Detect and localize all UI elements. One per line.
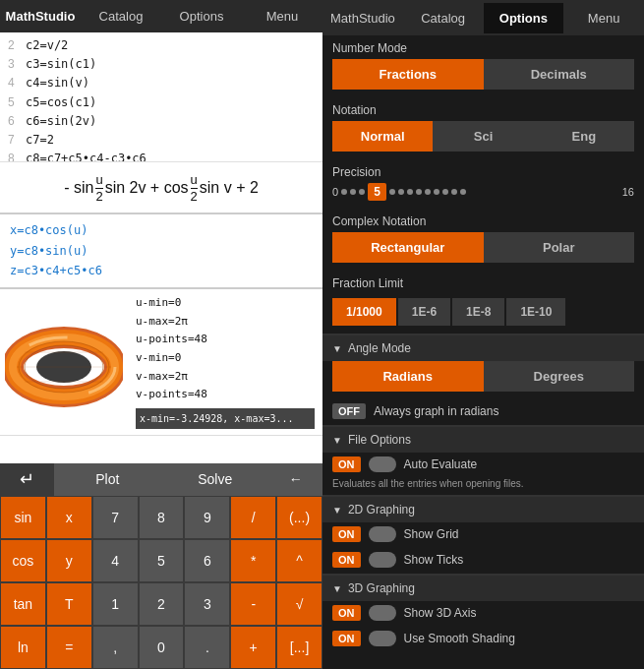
fraction-1e8-button[interactable]: 1E-8 — [452, 298, 504, 326]
cos-button[interactable]: cos — [0, 539, 46, 582]
show-grid-on-badge[interactable]: ON — [332, 526, 361, 542]
precision-max: 16 — [622, 186, 634, 198]
right-nav-mathstudio[interactable]: MathStudio — [322, 3, 403, 33]
btn-8[interactable]: 8 — [139, 496, 185, 539]
eq-row-2[interactable]: 2c2=v/2 — [8, 36, 315, 55]
normal-button[interactable]: Normal — [332, 121, 433, 152]
plus-button[interactable]: + — [230, 626, 276, 669]
decimals-button[interactable]: Decimals — [484, 59, 635, 90]
return-button[interactable]: ↵ — [0, 463, 54, 496]
backspace-button[interactable]: ← — [268, 463, 322, 496]
divide-button[interactable]: / — [230, 496, 276, 539]
btn-3[interactable]: 3 — [184, 582, 230, 626]
T-button[interactable]: T — [46, 582, 92, 626]
minus-button[interactable]: - — [230, 582, 276, 626]
right-nav-options[interactable]: Options — [484, 3, 564, 33]
file-options-header[interactable]: ▼ File Options — [322, 427, 644, 453]
eq-row-6[interactable]: 6c6=sin(2v) — [8, 112, 315, 131]
power-button[interactable]: ^ — [276, 539, 322, 582]
degrees-button[interactable]: Degrees — [484, 361, 635, 392]
bracket-button[interactable]: [...] — [276, 626, 322, 669]
eq-row-3[interactable]: 3c3=sin(c1) — [8, 55, 315, 74]
calc-toolbar: ↵ Plot Solve ← — [0, 463, 322, 496]
smooth-shading-toggle[interactable] — [369, 631, 396, 646]
radians-button[interactable]: Radians — [332, 361, 484, 392]
show-grid-label: Show Grid — [404, 527, 459, 541]
y-button[interactable]: y — [46, 539, 92, 582]
eq-row-7[interactable]: 7c7=2 — [8, 131, 315, 150]
left-nav-options[interactable]: Options — [161, 1, 242, 31]
fraction-1e10-button[interactable]: 1E-10 — [506, 298, 565, 326]
btn-9[interactable]: 9 — [184, 496, 230, 539]
x-button[interactable]: x — [46, 496, 92, 539]
formula-display: - sin u 2 sin 2v + cos u 2 sin v + 2 — [0, 161, 322, 213]
comma-button[interactable]: , — [92, 626, 139, 669]
btn-0[interactable]: 0 — [139, 626, 185, 669]
precision-active-val[interactable]: 5 — [368, 183, 386, 201]
left-nav-mathstudio[interactable]: MathStudio — [0, 1, 81, 31]
show-ticks-on-badge[interactable]: ON — [332, 552, 361, 568]
angle-mode-header-label: Angle Mode — [348, 341, 411, 355]
sin-button[interactable]: sin — [0, 496, 46, 539]
precision-min: 0 — [332, 186, 338, 198]
angle-off-badge[interactable]: OFF — [332, 403, 366, 419]
btn-5[interactable]: 5 — [139, 539, 185, 582]
sci-button[interactable]: Sci — [433, 121, 533, 152]
btn-1[interactable]: 1 — [92, 582, 139, 626]
complex-notation-label: Complex Notation — [322, 209, 644, 232]
notation-toggle: Normal Sci Eng — [322, 121, 644, 159]
2d-graphing-header[interactable]: ▼ 2D Graphing — [322, 497, 644, 522]
auto-eval-toggle[interactable] — [369, 456, 396, 472]
complex-notation-toggle: Rectangular Polar — [322, 232, 644, 271]
left-nav-menu[interactable]: Menu — [242, 1, 322, 31]
eng-button[interactable]: Eng — [534, 121, 634, 152]
3d-graphing-arrow: ▼ — [332, 583, 342, 594]
precision-label: Precision — [322, 159, 644, 183]
sqrt-button[interactable]: √ — [276, 582, 322, 626]
fraction-1e6-button[interactable]: 1E-6 — [398, 298, 450, 326]
fraction-limit-row: 1/1000 1E-6 1E-8 1E-10 — [322, 294, 644, 334]
angle-mode-arrow: ▼ — [332, 343, 342, 354]
fractions-button[interactable]: Fractions — [332, 59, 484, 90]
auto-eval-on-badge[interactable]: ON — [332, 456, 361, 472]
btn-4[interactable]: 4 — [92, 539, 139, 582]
equals-button[interactable]: = — [46, 626, 92, 669]
graph-section: u-min=0 u-max=2π u-points=48 v-min=0 v-m… — [0, 287, 322, 435]
auto-evaluate-row: ON Auto Evaluate — [322, 453, 644, 478]
show-3d-axis-badge[interactable]: ON — [332, 605, 361, 621]
angle-graph-row: OFF Always graph in radians — [322, 399, 644, 425]
plot-button[interactable]: Plot — [54, 463, 161, 496]
right-nav-menu[interactable]: Menu — [563, 3, 644, 33]
dot-button[interactable]: . — [184, 626, 230, 669]
2d-graphing-arrow: ▼ — [332, 505, 342, 516]
graph-params-list: u-min=0 u-max=2π u-points=48 v-min=0 v-m… — [128, 289, 322, 435]
polar-button[interactable]: Polar — [484, 232, 635, 263]
2d-graphing-header-label: 2D Graphing — [348, 503, 415, 517]
rectangular-button[interactable]: Rectangular — [332, 232, 484, 263]
left-nav-catalog[interactable]: Catalog — [81, 1, 161, 31]
show-grid-row: ON Show Grid — [322, 522, 644, 548]
eq-row-5[interactable]: 5c5=cos(c1) — [8, 93, 315, 112]
eq-row-4[interactable]: 4c4=sin(v) — [8, 74, 315, 92]
options-content: Number Mode Fractions Decimals Notation … — [322, 35, 644, 669]
notation-label: Notation — [322, 97, 644, 121]
show-grid-toggle[interactable] — [369, 526, 396, 542]
tan-button[interactable]: tan — [0, 582, 46, 626]
right-nav-catalog[interactable]: Catalog — [403, 3, 484, 33]
fraction-1000-button[interactable]: 1/1000 — [332, 298, 396, 326]
torus-display — [0, 289, 128, 435]
multiply-button[interactable]: * — [230, 539, 276, 582]
btn-6[interactable]: 6 — [184, 539, 230, 582]
show-ticks-toggle[interactable] — [369, 552, 396, 568]
btn-7[interactable]: 7 — [92, 496, 139, 539]
param-section: x=c8•cos(u) y=c8•sin(u) z=c3•c4+c5•c6 — [0, 213, 322, 286]
smooth-shading-badge[interactable]: ON — [332, 631, 361, 646]
calc-input[interactable] — [8, 442, 315, 457]
3d-graphing-header[interactable]: ▼ 3D Graphing — [322, 576, 644, 601]
angle-mode-header[interactable]: ▼ Angle Mode — [322, 335, 644, 361]
ln-button[interactable]: ln — [0, 626, 46, 669]
solve-button[interactable]: Solve — [161, 463, 268, 496]
btn-2[interactable]: 2 — [139, 582, 185, 626]
show-3d-axis-toggle[interactable] — [369, 605, 396, 621]
parens-button[interactable]: (...) — [276, 496, 322, 539]
